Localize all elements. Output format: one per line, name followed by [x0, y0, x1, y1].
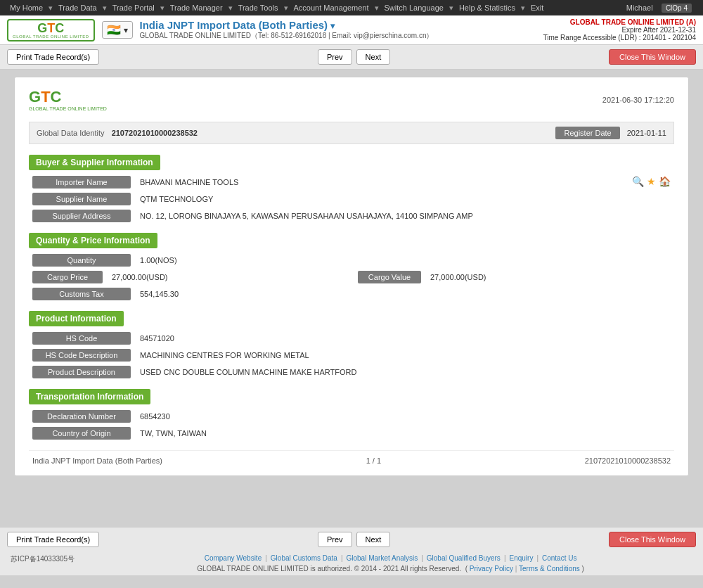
home-icon[interactable]: 🏠 [659, 176, 671, 187]
top-navigation: My Home ▾ Trade Data ▾ Trade Portal ▾ Tr… [0, 0, 703, 15]
next-button-top[interactable]: Next [356, 49, 391, 65]
importer-name-row: Importer Name BHAVANI MACHINE TOOLS 🔍 ★ … [32, 176, 671, 188]
transportation-section: Transportation Information Declaration N… [29, 389, 674, 440]
card-logo-text: GTC [29, 88, 61, 106]
footer-center: 1 / 1 [366, 456, 381, 465]
title-dropdown-icon[interactable]: ▾ [330, 21, 335, 31]
supplier-name-value: QTM TECHNOLOGY [136, 193, 671, 205]
declaration-number-value: 6854230 [136, 410, 671, 423]
footer-links: Company Website | Global Customs Data | … [89, 554, 692, 562]
cargo-price-label: Cargo Price [32, 271, 103, 283]
product-desc-value: USED CNC DOUBLE COLUMN MACHINE MAKE HART… [136, 366, 671, 378]
product-desc-row: Product Description USED CNC DOUBLE COLU… [32, 366, 671, 378]
footer-qualified-buyers[interactable]: Global Qualified Buyers [427, 554, 501, 562]
supplier-name-row: Supplier Name QTM TECHNOLOGY [32, 193, 671, 205]
header-title-area: India JNPT Import Data (Both Parties) ▾ … [140, 19, 434, 41]
hs-code-desc-value: MACHINING CENTRES FOR WORKING METAL [136, 349, 671, 362]
search-icon[interactable]: 🔍 [632, 176, 644, 187]
print-button-top[interactable]: Print Trade Record(s) [7, 49, 99, 65]
importer-icons: 🔍 ★ 🏠 [632, 176, 671, 187]
buyer-supplier-body: Importer Name BHAVANI MACHINE TOOLS 🔍 ★ … [29, 176, 674, 222]
nav-trade-portal[interactable]: Trade Portal [108, 2, 159, 13]
footer-copy-text: GLOBAL TRADE ONLINE LIMITED is authorize… [197, 565, 461, 573]
nav-trade-manager[interactable]: Trade Manager [166, 2, 227, 13]
footer-enquiry[interactable]: Enquiry [509, 554, 533, 562]
contact-info: GLOBAL TRADE ONLINE LIMITED（Tel: 86-512-… [140, 31, 434, 41]
page-title-text: India JNPT Import Data (Both Parties) [140, 19, 328, 31]
toolbar-left: Print Trade Record(s) [7, 49, 99, 65]
nav-trade-tools[interactable]: Trade Tools [234, 2, 283, 13]
logo-text: GTC [37, 22, 64, 34]
header-left: GTC GLOBAL TRADE ONLINE LIMITED 🇮🇳 ▾ Ind… [7, 19, 433, 41]
footer-global-market[interactable]: Global Market Analysis [346, 554, 418, 562]
company-name: GLOBAL TRADE ONLINE LIMITED (A) [543, 18, 696, 26]
customs-tax-label: Customs Tax [32, 288, 131, 300]
register-date-value: 2021-01-11 [627, 129, 666, 137]
quantity-price-body: Quantity 1.00(NOS) Cargo Price 27,000.00… [29, 254, 674, 300]
declaration-number-row: Declaration Number 6854230 [32, 410, 671, 423]
nav-help-statistics[interactable]: Help & Statistics [455, 2, 520, 13]
india-flag-icon: 🇮🇳 [107, 23, 121, 37]
quantity-row: Quantity 1.00(NOS) [32, 254, 671, 267]
customs-tax-row: Customs Tax 554,145.30 [32, 288, 671, 300]
record-card: GTC GLOBAL TRADE ONLINE LIMITED 2021-06-… [14, 77, 689, 476]
close-button-bottom[interactable]: Close This Window [609, 532, 696, 547]
footer-copyright: GLOBAL TRADE ONLINE LIMITED is authorize… [89, 565, 692, 573]
expire-date: Expire After 2021-12-31 [543, 26, 696, 34]
terms-link[interactable]: Terms & Conditions [519, 565, 580, 573]
card-footer: India JNPT Import Data (Both Parties) 1 … [29, 450, 674, 465]
gdi-label: Global Data Identity [37, 129, 105, 137]
footer-contact-us[interactable]: Contact Us [542, 554, 576, 562]
close-button-top[interactable]: Close This Window [609, 49, 696, 65]
country-of-origin-row: Country of Origin TW, TWN, TAIWAN [32, 427, 671, 440]
account-info: GLOBAL TRADE ONLINE LIMITED (A) Expire A… [543, 18, 696, 41]
logo: GTC GLOBAL TRADE ONLINE LIMITED [7, 19, 95, 41]
hs-code-desc-label: HS Code Description [32, 349, 131, 362]
footer-company-website[interactable]: Company Website [205, 554, 262, 562]
transportation-body: Declaration Number 6854230 Country of Or… [29, 410, 674, 440]
user-name: Michael [626, 4, 653, 12]
product-body: HS Code 84571020 HS Code Description MAC… [29, 332, 674, 378]
cargo-value-label: Cargo Value [358, 271, 421, 283]
nav-account-management[interactable]: Account Management [290, 2, 373, 13]
nav-switch-language[interactable]: Switch Language [380, 2, 448, 13]
bottom-toolbar-left: Print Trade Record(s) [7, 532, 99, 547]
cargo-price-row: Cargo Price 27,000.00(USD) Cargo Value 2… [32, 271, 671, 283]
prev-button-top[interactable]: Prev [318, 49, 352, 65]
bottom-toolbar-right: Close This Window [609, 532, 696, 547]
hs-code-desc-row: HS Code Description MACHINING CENTRES FO… [32, 349, 671, 362]
buyer-supplier-header: Buyer & Supplier Information [29, 155, 160, 170]
transportation-header: Transportation Information [29, 389, 150, 404]
supplier-address-row: Supplier Address NO. 12, LORONG BINAJAYA… [32, 210, 671, 222]
footer-links-area: Company Website | Global Customs Data | … [89, 554, 692, 573]
icp-number: 苏ICP备14033305号 [11, 554, 75, 564]
card-header: GTC GLOBAL TRADE ONLINE LIMITED 2021-06-… [29, 88, 674, 111]
country-selector[interactable]: 🇮🇳 ▾ [102, 21, 133, 39]
next-button-bottom[interactable]: Next [356, 532, 391, 547]
supplier-name-label: Supplier Name [32, 193, 131, 205]
hs-code-label: HS Code [32, 332, 131, 345]
footer-global-customs[interactable]: Global Customs Data [271, 554, 337, 562]
gdi-value: 21072021010000238532 [112, 129, 549, 137]
prev-button-bottom[interactable]: Prev [318, 532, 352, 547]
customs-tax-value: 554,145.30 [136, 288, 671, 300]
record-timestamp: 2021-06-30 17:12:20 [602, 96, 674, 104]
quantity-price-header: Quantity & Price Information [29, 233, 157, 248]
register-date-button[interactable]: Register Date [555, 127, 619, 139]
nav-exit[interactable]: Exit [527, 2, 548, 13]
footer-right: 21072021010000238532 [585, 456, 671, 465]
hs-code-value: 84571020 [136, 332, 671, 345]
flag-dropdown-icon: ▾ [124, 25, 128, 35]
nav-trade-data[interactable]: Trade Data [54, 2, 101, 13]
print-button-bottom[interactable]: Print Trade Record(s) [7, 532, 99, 547]
star-icon[interactable]: ★ [647, 176, 656, 187]
product-section: Product Information HS Code 84571020 HS … [29, 311, 674, 378]
main-content: GTC GLOBAL TRADE ONLINE LIMITED 2021-06-… [0, 70, 703, 527]
logo-subtext: GLOBAL TRADE ONLINE LIMITED [13, 34, 89, 39]
cargo-value-value: 27,000.00(USD) [427, 271, 671, 283]
privacy-policy-link[interactable]: Privacy Policy [470, 565, 513, 573]
toolbar-center: Prev Next [318, 49, 390, 65]
toolbar-right: Close This Window [609, 49, 696, 65]
bottom-toolbar: Print Trade Record(s) Prev Next Close Th… [0, 527, 703, 551]
nav-my-home[interactable]: My Home [6, 2, 47, 13]
